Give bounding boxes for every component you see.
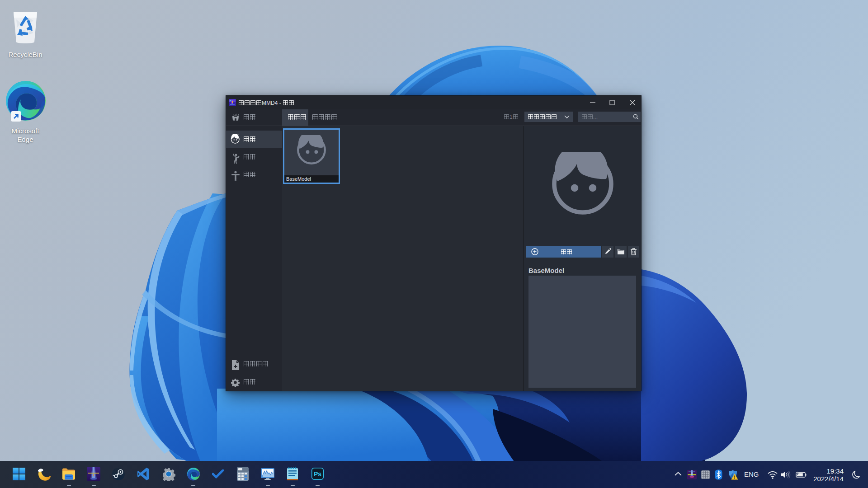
svg-text:Ps: Ps — [314, 470, 321, 478]
